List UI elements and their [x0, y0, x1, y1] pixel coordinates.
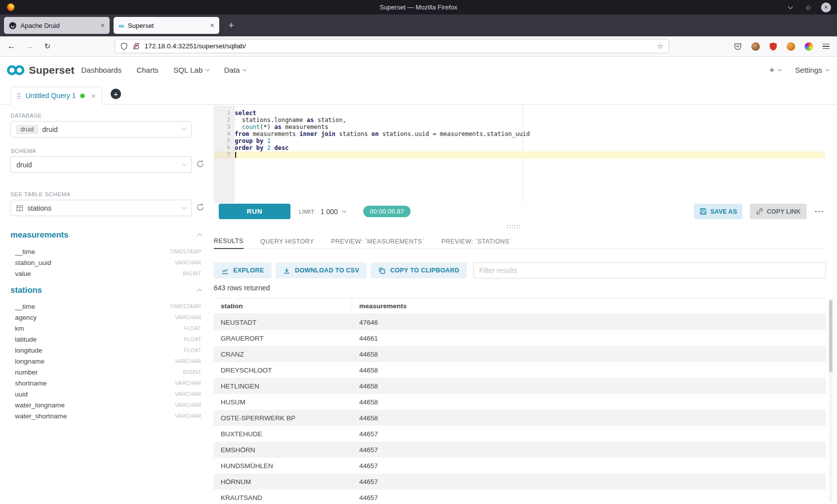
code-token: measurements [249, 130, 299, 137]
column-name: uuid [15, 390, 28, 398]
scrollbar-thumb[interactable] [829, 300, 833, 372]
query-tab-active[interactable]: Untitled Query 1 × [10, 87, 102, 105]
save-as-button[interactable]: SAVE AS [694, 204, 742, 219]
extension-avatar-icon[interactable] [751, 42, 760, 51]
query-status-dot [80, 94, 85, 98]
reload-icon[interactable]: ↻ [40, 36, 55, 56]
pocket-icon[interactable] [734, 42, 742, 50]
column-header-measurements[interactable]: measurements [352, 298, 826, 314]
code-area[interactable]: select stations.longname as station, cou… [235, 110, 825, 158]
table-row: HUSUM44658 [214, 394, 826, 410]
window-close-icon[interactable]: × [821, 2, 831, 12]
nav-item-dashboards[interactable]: Dashboards [81, 66, 122, 74]
limit-dropdown[interactable]: LIMIT: 1 000 [299, 204, 346, 219]
table-value: stations [27, 204, 51, 212]
nav-item-data[interactable]: Data [224, 66, 247, 74]
table-row: HETLINGEN44658 [214, 378, 826, 394]
window-maximize-icon[interactable]: ◇ [803, 2, 813, 12]
code-line[interactable]: select [235, 110, 825, 117]
filter-results-input[interactable] [473, 262, 826, 278]
code-token: inner join [299, 130, 335, 137]
code-line[interactable]: order by 2 desc [235, 144, 825, 151]
table-row: EMSHÖRN44657 [214, 442, 826, 458]
hamburger-menu-icon[interactable] [823, 44, 830, 49]
code-line[interactable]: group by 1 [235, 137, 825, 144]
settings-menu-button[interactable]: Settings [795, 66, 829, 74]
nav-item-charts[interactable]: Charts [137, 66, 158, 74]
line-number: 6 [214, 144, 235, 151]
pane-resize-handle[interactable] [506, 224, 520, 228]
tab-close-icon[interactable]: × [101, 21, 105, 29]
more-options-button[interactable]: ··· [813, 204, 827, 219]
code-line[interactable]: stations.longname as station, [235, 117, 825, 124]
browser-tab-superset[interactable]: ∞ Superset × [114, 17, 219, 34]
line-number: 1 [214, 110, 235, 117]
cell-measurements: 44658 [352, 362, 826, 378]
limit-label: LIMIT: [299, 209, 315, 215]
table-row: BUXTEHUDE44657 [214, 426, 826, 442]
tab-results[interactable]: RESULTS [214, 234, 244, 249]
new-tab-button[interactable]: + [224, 18, 238, 32]
table-select[interactable]: stations [10, 200, 192, 216]
drag-grip-icon[interactable] [17, 92, 21, 99]
column-name: __time [15, 303, 35, 310]
explore-button[interactable]: EXPLORE [214, 262, 272, 278]
window-controls: ◇ × [785, 0, 831, 14]
cell-station: EMSHÖRN [214, 442, 352, 458]
copy-link-button[interactable]: COPY LINK [750, 204, 807, 219]
shield-icon[interactable] [120, 42, 128, 50]
schema-section-stations[interactable]: stations [10, 285, 201, 295]
cell-measurements: 44658 [352, 410, 826, 426]
chevron-up-icon[interactable] [197, 289, 202, 294]
bookmark-star-icon[interactable]: ☆ [657, 42, 664, 51]
tab-preview-stations[interactable]: PREVIEW: `STATIONS` [441, 234, 512, 249]
add-query-tab-button[interactable]: + [111, 89, 121, 99]
insecure-lock-icon[interactable] [133, 42, 140, 50]
sql-editor[interactable]: 1234567 select stations.longname as stat… [214, 106, 825, 203]
tab-label: Superset [128, 22, 206, 29]
tab-preview-measurements[interactable]: PREVIEW: `MEASUREMENTS` [331, 234, 424, 249]
code-line[interactable]: count(*) as measurements [235, 124, 825, 130]
run-button[interactable]: RUN [219, 204, 290, 219]
superset-favicon-icon: ∞ [119, 21, 124, 30]
url-text[interactable]: 172.18.0.4:32251/superset/sqllab/ [144, 42, 653, 50]
chevron-up-icon[interactable] [197, 234, 202, 239]
code-line[interactable]: from measurements inner join stations on… [235, 130, 825, 137]
forward-icon[interactable]: → [22, 36, 37, 56]
schema-column-row: longnameVARCHAR [15, 356, 201, 367]
add-menu-button[interactable]: + [769, 65, 781, 76]
scrollbar-track[interactable] [829, 299, 833, 502]
tab-close-icon[interactable]: × [210, 21, 214, 29]
nav-item-sql-lab[interactable]: SQL Lab [173, 66, 209, 74]
window-minimize-icon[interactable] [785, 2, 795, 12]
column-header-station[interactable]: station [214, 298, 352, 314]
schema-column-row: water_longnameVARCHAR [15, 399, 201, 410]
pinwheel-extension-icon[interactable] [805, 42, 813, 51]
browser-tab-apache-druid[interactable]: Apache Druid × [4, 17, 110, 34]
download-csv-button[interactable]: DOWNLOAD TO CSV [276, 262, 367, 278]
code-token: order by [235, 144, 264, 151]
column-type: TIMESTAMP [170, 303, 201, 309]
schema-select[interactable]: druid [10, 156, 192, 173]
schema-column-row: uuidVARCHAR [15, 388, 201, 399]
ublock-shield-icon[interactable] [769, 42, 777, 51]
refresh-schema-icon[interactable] [196, 160, 205, 169]
query-tab-strip: Untitled Query 1 × + [0, 83, 837, 105]
database-select[interactable]: druid druid [10, 121, 192, 137]
copy-clipboard-button[interactable]: COPY TO CLIPBOARD [371, 262, 467, 278]
url-bar[interactable]: 172.18.0.4:32251/superset/sqllab/ ☆ [115, 39, 669, 53]
superset-logo[interactable]: Superset [7, 64, 74, 76]
code-line[interactable] [235, 151, 825, 158]
column-type: VARCHAR [175, 391, 201, 397]
cell-station: GRAUERORT [214, 330, 352, 346]
query-timer-badge: 00:00:00.87 [363, 206, 411, 217]
cell-measurements: 44658 [352, 394, 826, 410]
refresh-table-icon[interactable] [196, 203, 205, 212]
schema-section-measurements[interactable]: measurements [10, 230, 201, 240]
back-icon[interactable]: ← [4, 36, 19, 56]
query-tab-close-icon[interactable]: × [91, 92, 96, 100]
tab-query-history[interactable]: QUERY HISTORY [261, 234, 314, 249]
extension-avatar-icon[interactable] [787, 42, 795, 51]
browser-extension-icons [734, 36, 837, 56]
results-table-header: station measurements [214, 298, 826, 314]
